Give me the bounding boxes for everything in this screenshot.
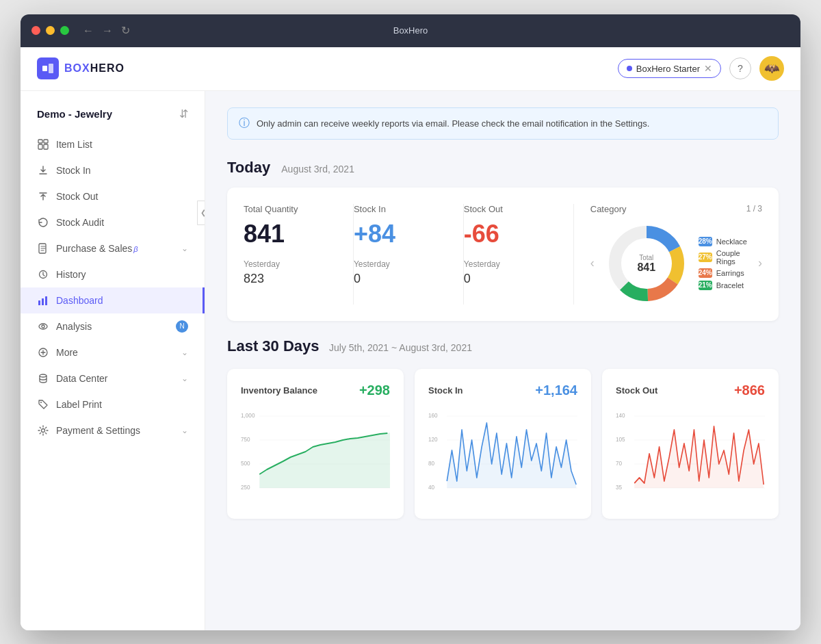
window-title: BoxHero (393, 25, 428, 36)
prev-arrow[interactable]: ‹ (590, 256, 595, 270)
today-stats-card: Total Quantity 841 Yesterday 823 Stock I… (227, 188, 779, 321)
nav-label: Item List (56, 139, 188, 150)
chart-stock-out: Stock Out +866 140 105 70 35 (602, 369, 779, 519)
gear-icon (37, 424, 49, 437)
svg-text:160: 160 (428, 411, 438, 418)
sidebar-item-stock-in[interactable]: Stock In (21, 157, 205, 183)
chart-inventory-balance: Inventory Balance +298 1,000 750 500 250 (227, 369, 404, 519)
history-icon (37, 268, 49, 281)
main-content: ⓘ Only admin can receive weekly reports … (205, 91, 800, 630)
close-button[interactable] (31, 26, 40, 35)
sidebar-item-data-center[interactable]: Data Center ⌄ (21, 365, 205, 391)
sidebar-item-analysis[interactable]: Analysis N (21, 313, 205, 339)
sidebar-item-history[interactable]: History (21, 261, 205, 287)
window-controls (31, 26, 69, 35)
category-label: Category (590, 204, 627, 214)
svg-rect-3 (44, 140, 48, 143)
nav-label: Label Print (56, 399, 188, 410)
sort-icon[interactable]: ⇵ (179, 107, 188, 120)
stat-yesterday-value: 0 (464, 272, 557, 286)
svg-rect-2 (38, 140, 42, 143)
nav-controls: ← → ↻ (83, 24, 130, 37)
next-arrow[interactable]: › (758, 256, 762, 270)
nav-label: Analysis (56, 321, 169, 332)
svg-point-11 (39, 324, 47, 329)
logo-icon (37, 57, 59, 79)
chevron-down-icon: ⌄ (181, 244, 188, 253)
sidebar-collapse-button[interactable]: ❮ (197, 201, 205, 225)
svg-text:750: 750 (241, 435, 250, 442)
chart-title: Stock In (428, 385, 463, 396)
svg-text:80: 80 (428, 459, 434, 466)
svg-point-14 (40, 374, 47, 377)
svg-rect-10 (45, 296, 47, 305)
last30-header: Last 30 Days July 5th, 2021 ~ August 3rd… (227, 337, 779, 355)
stat-label: Stock In (354, 204, 447, 214)
stat-yesterday-label: Yesterday (464, 259, 557, 269)
app-header: BOXHERO BoxHero Starter ✕ ? 🦇 (21, 47, 800, 91)
database-icon (37, 372, 49, 385)
minimize-button[interactable] (46, 26, 55, 35)
back-button[interactable]: ← (83, 24, 94, 37)
file-icon (37, 242, 49, 255)
nav-label: Stock Out (56, 191, 188, 202)
tag-icon (37, 398, 49, 411)
maximize-button[interactable] (60, 26, 69, 35)
svg-text:35: 35 (616, 483, 622, 490)
plan-close-icon[interactable]: ✕ (704, 63, 712, 74)
info-icon: ⓘ (239, 116, 250, 131)
reload-button[interactable]: ↻ (121, 24, 130, 37)
sidebar-item-more[interactable]: More ⌄ (21, 339, 205, 365)
sidebar-item-stock-out[interactable]: Stock Out (21, 183, 205, 209)
sidebar-item-stock-audit[interactable]: Stock Audit (21, 209, 205, 235)
sidebar-item-dashboard[interactable]: Dashboard (21, 287, 205, 313)
stat-value: +84 (354, 220, 447, 248)
chart-title: Inventory Balance (241, 385, 317, 396)
nav-label: Payment & Settings (56, 425, 174, 436)
legend-item: 27% Couple Rings (699, 249, 747, 266)
sidebar-item-payment-settings[interactable]: Payment & Settings ⌄ (21, 417, 205, 443)
stat-yesterday-label: Yesterday (354, 259, 447, 269)
stat-label: Total Quantity (244, 204, 337, 214)
plan-dot (627, 66, 632, 71)
stat-total-quantity: Total Quantity 841 Yesterday 823 (244, 204, 354, 305)
chart-stock-in: Stock In +1,164 160 120 80 40 (415, 369, 591, 519)
avatar[interactable]: 🦇 (759, 56, 784, 81)
svg-rect-4 (38, 144, 42, 149)
chart-svg-area: 1,000 750 500 250 (241, 409, 390, 505)
chart-svg-area: 140 105 70 35 (616, 409, 765, 505)
svg-rect-9 (42, 298, 44, 305)
svg-rect-0 (42, 66, 47, 71)
workspace-name: Demo - Jewelry (37, 108, 112, 120)
workspace-selector[interactable]: Demo - Jewelry ⇵ (21, 102, 205, 131)
nav-label: History (56, 269, 188, 280)
nav-label: Stock Audit (56, 217, 188, 228)
svg-point-12 (42, 325, 44, 328)
sidebar-item-item-list[interactable]: Item List (21, 131, 205, 157)
plan-badge[interactable]: BoxHero Starter ✕ (618, 59, 721, 78)
legend-color: 24% (699, 268, 712, 278)
legend-label: Bracelet (716, 281, 744, 289)
nav-label: More (56, 347, 174, 358)
info-banner: ⓘ Only admin can receive weekly reports … (227, 107, 779, 140)
category-page: 1 / 3 (746, 204, 762, 214)
stat-stock-out: Stock Out -66 Yesterday 0 (464, 204, 574, 305)
sidebar-item-purchase-sales[interactable]: Purchase & Salesβ ⌄ (21, 235, 205, 261)
donut-center-value: 841 (637, 261, 655, 273)
forward-button[interactable]: → (102, 24, 113, 37)
legend-item: 24% Earrings (699, 268, 747, 278)
help-button[interactable]: ? (729, 57, 751, 79)
chart-title: Stock Out (616, 385, 657, 396)
sidebar-item-label-print[interactable]: Label Print (21, 391, 205, 417)
new-badge: N (176, 320, 188, 333)
chevron-down-icon: ⌄ (181, 374, 188, 383)
titlebar: ← → ↻ BoxHero (21, 14, 800, 47)
legend-label: Necklace (716, 237, 747, 246)
last30-charts: Inventory Balance +298 1,000 750 500 250 (227, 369, 779, 519)
svg-rect-8 (38, 300, 40, 305)
last30-date: July 5th, 2021 ~ August 3rd, 2021 (329, 342, 472, 353)
legend-color: 21% (699, 281, 712, 290)
svg-rect-1 (49, 64, 53, 73)
download-icon (37, 164, 49, 177)
logo: BOXHERO (37, 57, 125, 79)
